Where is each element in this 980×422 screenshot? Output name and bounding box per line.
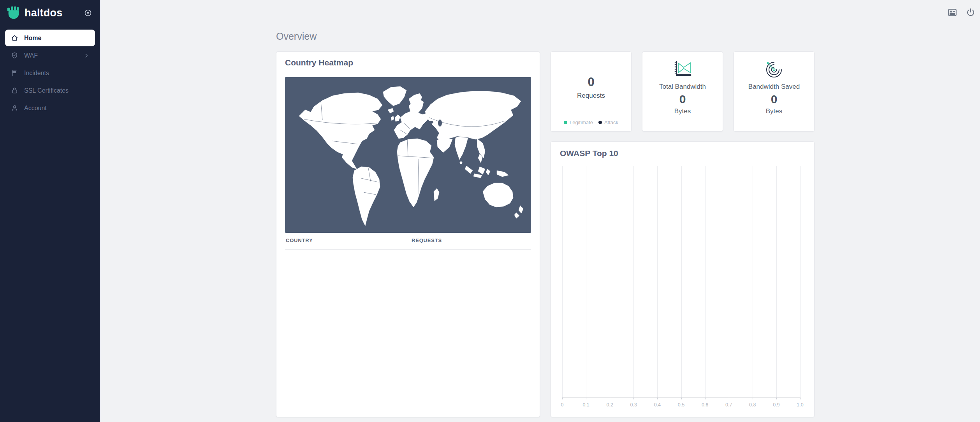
owasp-x-axis-labels: 0 0.1 0.2 0.3 0.4 0.5 0.6 0.7 0.8 0.9 1.… (562, 402, 800, 408)
main-content: Overview Country Heatmap (276, 31, 815, 417)
bandwidth-saved-unit: Bytes (766, 107, 783, 115)
gridline (776, 166, 777, 397)
axis-label: 0.1 (582, 402, 589, 408)
axis-tick (729, 397, 729, 399)
sidebar-toggle-icon[interactable] (84, 9, 92, 17)
axis-tick (753, 397, 753, 399)
axis-tick (800, 397, 801, 399)
sidebar-nav: Home WAF Incidents (0, 25, 100, 116)
requests-card: 0 Requests Legitimate Attack (551, 51, 632, 132)
total-bandwidth-value: 0 (679, 93, 686, 106)
axis-label: 0.5 (678, 402, 684, 408)
gridline (657, 166, 658, 397)
axis-tick (586, 397, 586, 399)
axis-label: 0.2 (606, 402, 613, 408)
home-icon (11, 34, 18, 42)
owasp-top10-card: OWASP Top 10 (551, 141, 815, 417)
gridline (705, 166, 706, 397)
country-heatmap-card: Country Heatmap (276, 51, 540, 417)
bandwidth-saved-value: 0 (771, 93, 778, 106)
chevron-right-icon (84, 53, 89, 58)
changelog-icon[interactable] (947, 7, 957, 18)
radar-icon (763, 60, 785, 78)
bandwidth-chart-icon (672, 60, 693, 78)
gridline (753, 166, 753, 397)
axis-tick (657, 397, 658, 399)
attack-dot (598, 121, 602, 124)
world-map-svg[interactable] (285, 77, 531, 233)
sidebar-item-account[interactable]: Account (5, 100, 95, 116)
brand-name: haltdos (25, 7, 62, 19)
sidebar-item-label: SSL Certificates (24, 87, 69, 94)
gridline (800, 166, 801, 397)
sidebar-item-home[interactable]: Home (5, 30, 95, 46)
shield-check-icon (11, 52, 18, 59)
sidebar-item-label: WAF (24, 52, 38, 59)
lock-icon (11, 87, 18, 94)
axis-label: 0.9 (773, 402, 779, 408)
axis-tick (633, 397, 634, 399)
sidebar-item-ssl-certificates[interactable]: SSL Certificates (5, 82, 95, 99)
axis-tick (681, 397, 682, 399)
sidebar-item-label: Incidents (24, 70, 49, 77)
axis-tick (705, 397, 706, 399)
bandwidth-saved-card: Bandwidth Saved 0 Bytes (734, 51, 815, 132)
haltdos-logo-icon (6, 5, 21, 20)
sidebar-item-label: Account (24, 105, 47, 112)
legend-legitimate: Legitimate (564, 120, 593, 125)
sidebar-item-label: Home (24, 35, 41, 42)
gridline (562, 166, 563, 397)
axis-tick (610, 397, 610, 399)
legend-attack: Attack (598, 120, 618, 125)
legend-label: Legitimate (570, 120, 593, 125)
page-title: Overview (276, 31, 815, 41)
axis-label: 0.7 (725, 402, 732, 408)
gridline (586, 166, 586, 397)
gridline (633, 166, 634, 397)
right-column: 0 Requests Legitimate Attack (551, 51, 815, 417)
legitimate-dot (564, 121, 567, 124)
column-requests: REQUESTS (405, 237, 530, 243)
axis-label: 1.0 (797, 402, 803, 408)
gridline (610, 166, 610, 397)
axis-label: 0.6 (702, 402, 708, 408)
flag-icon (11, 69, 18, 77)
total-bandwidth-unit: Bytes (674, 107, 691, 115)
sidebar: haltdos Home WAF (0, 0, 100, 422)
column-country: COUNTRY (286, 237, 405, 243)
gridline (729, 166, 729, 397)
owasp-title: OWASP Top 10 (560, 149, 814, 158)
sidebar-item-incidents[interactable]: Incidents (5, 65, 95, 81)
total-bandwidth-card: Total Bandwidth 0 Bytes (642, 51, 723, 132)
power-icon[interactable] (966, 7, 976, 18)
axis-tick (776, 397, 777, 399)
requests-value: 0 (588, 75, 594, 89)
owasp-chart-plot (562, 166, 800, 398)
dashboard-grid: Country Heatmap (276, 51, 815, 417)
legend-label: Attack (604, 120, 618, 125)
axis-label: 0 (561, 402, 564, 408)
haltdos-dashboard: haltdos Home WAF (0, 0, 980, 422)
topbar-actions (947, 7, 976, 18)
axis-label: 0.4 (654, 402, 661, 408)
axis-tick (562, 397, 563, 399)
sidebar-item-waf[interactable]: WAF (5, 47, 95, 64)
country-heatmap-title: Country Heatmap (285, 58, 531, 67)
user-icon (11, 104, 18, 112)
world-map (285, 77, 531, 233)
axis-label: 0.8 (749, 402, 756, 408)
country-table-header: COUNTRY REQUESTS (285, 233, 531, 250)
axis-label: 0.3 (630, 402, 637, 408)
requests-label: Requests (577, 92, 605, 100)
total-bandwidth-title: Total Bandwidth (659, 83, 706, 91)
stats-row: 0 Requests Legitimate Attack (551, 51, 815, 132)
bandwidth-saved-title: Bandwidth Saved (748, 83, 800, 91)
brand: haltdos (0, 0, 100, 25)
gridline (681, 166, 682, 397)
requests-legend: Legitimate Attack (551, 120, 631, 125)
